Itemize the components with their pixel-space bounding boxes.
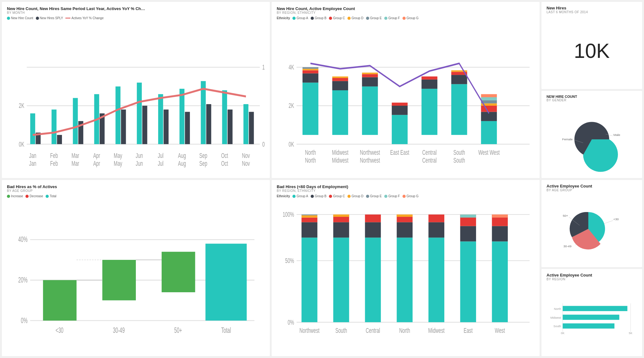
svg-rect-68 (362, 74, 378, 77)
svg-rect-57 (303, 83, 318, 135)
label-grpF2: Group F (388, 194, 400, 198)
legend-title-ethnicity2: Ethnicity (277, 194, 290, 198)
label-grpC2: Group C (333, 194, 345, 198)
svg-text:East East: East East (390, 148, 409, 156)
legend-item-decrease: Decrease (25, 194, 43, 198)
dot-decrease (25, 195, 29, 198)
legend-dot-dark (36, 17, 39, 20)
label-increase: Increase (11, 194, 23, 198)
svg-rect-82 (481, 106, 497, 112)
chart-subtitle-new-hires-kpi: LAST 6 MONTHS OF 2014 (547, 10, 637, 14)
svg-rect-161 (429, 222, 444, 238)
svg-rect-10 (57, 135, 62, 144)
svg-text:May: May (114, 152, 122, 159)
svg-text:South: South (553, 325, 561, 328)
chart-title-new-hire-region: New Hire Count, Active Employee Count (277, 6, 535, 11)
legend-item-grpB: Group B (311, 16, 326, 20)
svg-text:Jul: Jul (158, 159, 164, 167)
svg-text:<30: <30 (56, 326, 64, 334)
svg-rect-154 (365, 222, 381, 238)
svg-text:Midwest: Midwest (332, 156, 348, 164)
svg-text:North: North (399, 327, 410, 334)
legend-new-hire-monthly: New Hire Count New Hires SPLY Actives Yo… (7, 16, 265, 20)
card-new-hire-monthly: New Hire Count, New Hires Same Period La… (2, 2, 270, 178)
svg-rect-162 (429, 215, 444, 222)
svg-rect-86 (481, 94, 497, 97)
dot-grpD (347, 17, 351, 20)
legend-line-red (65, 18, 70, 19)
chart-area-region-bars: 0K 5K North Midwest South (547, 283, 637, 353)
svg-text:<30: <30 (613, 217, 619, 221)
svg-rect-159 (397, 215, 413, 217)
svg-text:Sep: Sep (199, 159, 207, 167)
label-grpB2: Group B (315, 194, 326, 198)
dot-grpC (329, 17, 332, 20)
svg-text:Jan: Jan (29, 159, 36, 167)
label-grpE: Group E (370, 16, 382, 20)
svg-text:50+: 50+ (174, 326, 182, 334)
svg-rect-64 (332, 78, 348, 81)
svg-rect-118 (563, 315, 619, 320)
svg-text:North: North (305, 148, 316, 156)
svg-rect-70 (392, 115, 408, 144)
svg-text:Northwest: Northwest (360, 156, 380, 164)
legend-label-new-hire-count: New Hire Count (11, 16, 33, 20)
svg-rect-26 (228, 109, 233, 144)
svg-text:Apr: Apr (93, 159, 100, 167)
svg-text:North: North (554, 307, 561, 310)
legend-item-grpB2: Group B (311, 194, 326, 198)
svg-rect-22 (185, 112, 190, 144)
chart-area-new-hire-region: 0K 2K 4K (277, 21, 535, 175)
dot-grpA2 (292, 195, 296, 198)
svg-rect-62 (332, 90, 348, 135)
svg-rect-133 (205, 244, 247, 321)
svg-text:50+: 50+ (563, 214, 568, 217)
label-grpG: Group G (407, 16, 419, 20)
legend-dot-teal (7, 17, 10, 20)
svg-rect-66 (362, 87, 378, 135)
legend-item-actives-yoy: Actives YoY % Change (65, 16, 103, 20)
svg-rect-146 (302, 218, 317, 222)
chart-area-bad-hires-region: 0% 50% 100% (277, 199, 535, 353)
legend-item-increase: Increase (7, 194, 23, 198)
svg-text:Jun: Jun (136, 159, 143, 167)
card-active-age-group: Active Employee Count BY AGE GROUP 50+ <… (541, 180, 642, 267)
legend-item-new-hire-count: New Hire Count (7, 16, 33, 20)
svg-text:Nov: Nov (242, 152, 250, 159)
svg-text:Total: Total (221, 326, 231, 334)
label-grpE2: Group E (370, 194, 382, 198)
svg-rect-72 (392, 103, 408, 106)
svg-text:South: South (453, 148, 465, 156)
svg-region-bars: 0K 5K North Midwest South (547, 283, 637, 353)
svg-text:Central: Central (422, 148, 437, 156)
legend-item-grpA: Group A (292, 16, 308, 20)
chart-subtitle-bad-hires-pct: BY AGE GROUP (7, 189, 265, 193)
dot-grpF (384, 17, 387, 20)
svg-text:North: North (305, 156, 316, 164)
legend-item-grpE: Group E (366, 16, 382, 20)
svg-text:Aug: Aug (178, 152, 186, 159)
svg-text:0 %: 0 % (262, 140, 265, 148)
svg-text:0K: 0K (19, 140, 25, 148)
svg-text:Midwest: Midwest (550, 316, 561, 319)
svg-rect-75 (421, 76, 437, 80)
svg-text:Male: Male (613, 133, 620, 137)
svg-rect-148 (302, 215, 317, 215)
chart-subtitle-active-region-bars: BY REGION (547, 277, 637, 281)
svg-bad-hires-pct: 0% 20% 40% <30 30-49 50+ Total (7, 199, 265, 353)
svg-rect-77 (451, 75, 467, 84)
svg-rect-67 (362, 77, 378, 86)
dot-grpC2 (329, 195, 332, 198)
svg-text:0K: 0K (289, 140, 294, 148)
svg-rect-120 (563, 323, 614, 328)
svg-rect-63 (332, 81, 348, 90)
svg-text:5K: 5K (629, 332, 633, 335)
svg-text:10 %: 10 % (262, 63, 265, 71)
svg-rect-15 (115, 87, 120, 144)
chart-subtitle-bad-hires-region: BY REGION, ETHNICITY (277, 189, 535, 193)
svg-rect-168 (492, 226, 508, 242)
chart-title-new-hire-monthly: New Hire Count, New Hires Same Period La… (7, 6, 265, 11)
svg-new-hire-region: 0K 2K 4K (277, 21, 535, 175)
svg-rect-58 (303, 73, 318, 82)
card-new-hire-region: New Hire Count, Active Employee Count BY… (272, 2, 540, 178)
